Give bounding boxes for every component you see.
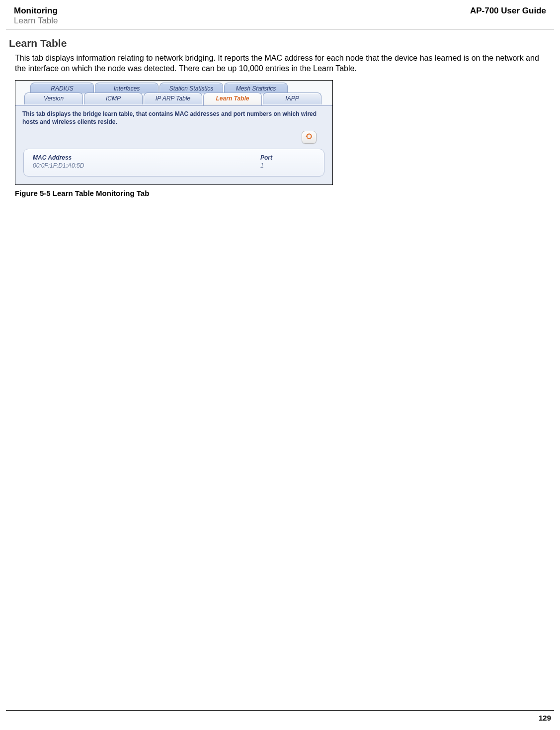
refresh-row — [22, 131, 325, 144]
tab-icmp[interactable]: ICMP — [84, 92, 143, 104]
section-heading: Learn Table — [9, 34, 548, 53]
header-left: Monitoring Learn Table — [14, 6, 58, 26]
refresh-icon — [305, 132, 313, 142]
cell-mac: 00:0F:1F:D1:A0:5D — [33, 162, 260, 169]
figure-caption: Figure 5-5 Learn Table Monitoring Tab — [12, 189, 548, 197]
page-content: Learn Table This tab displays informatio… — [0, 29, 560, 197]
col-header-mac: MAC Address — [33, 154, 260, 161]
tab-mesh-statistics[interactable]: Mesh Statistics — [224, 83, 288, 93]
tab-ip-arp-table[interactable]: IP ARP Table — [144, 92, 202, 104]
table-row: 00:0F:1F:D1:A0:5D 1 — [33, 161, 315, 169]
table-header-row: MAC Address Port — [33, 154, 315, 161]
tabs-back-row: RADIUS Interfaces Station Statistics Mes… — [21, 83, 332, 93]
tab-interfaces[interactable]: Interfaces — [95, 83, 159, 93]
learn-table-box: MAC Address Port 00:0F:1F:D1:A0:5D 1 — [23, 149, 324, 177]
tab-station-statistics[interactable]: Station Statistics — [160, 83, 223, 93]
cell-port: 1 — [260, 162, 315, 169]
tab-version[interactable]: Version — [24, 92, 83, 104]
tabs-front-row: Version ICMP IP ARP Table Learn Table IA… — [15, 92, 332, 105]
tab-learn-table[interactable]: Learn Table — [203, 92, 262, 105]
page-header: Monitoring Learn Table AP-700 User Guide — [6, 0, 554, 29]
header-subtitle: Learn Table — [14, 16, 58, 26]
col-header-port: Port — [260, 154, 315, 161]
tab-radius[interactable]: RADIUS — [30, 83, 94, 93]
page-footer: 129 — [6, 710, 554, 722]
panel-blurb: This tab displays the bridge learn table… — [22, 110, 325, 126]
refresh-button[interactable] — [302, 131, 317, 144]
tab-iapp[interactable]: IAPP — [263, 92, 321, 104]
header-title: Monitoring — [14, 6, 58, 16]
section-body: This tab displays information relating t… — [12, 53, 548, 74]
page-number: 129 — [539, 714, 551, 722]
panel-body: This tab displays the bridge learn table… — [15, 105, 332, 184]
embedded-screenshot: RADIUS Interfaces Station Statistics Mes… — [15, 80, 333, 185]
header-guide: AP-700 User Guide — [470, 6, 546, 26]
